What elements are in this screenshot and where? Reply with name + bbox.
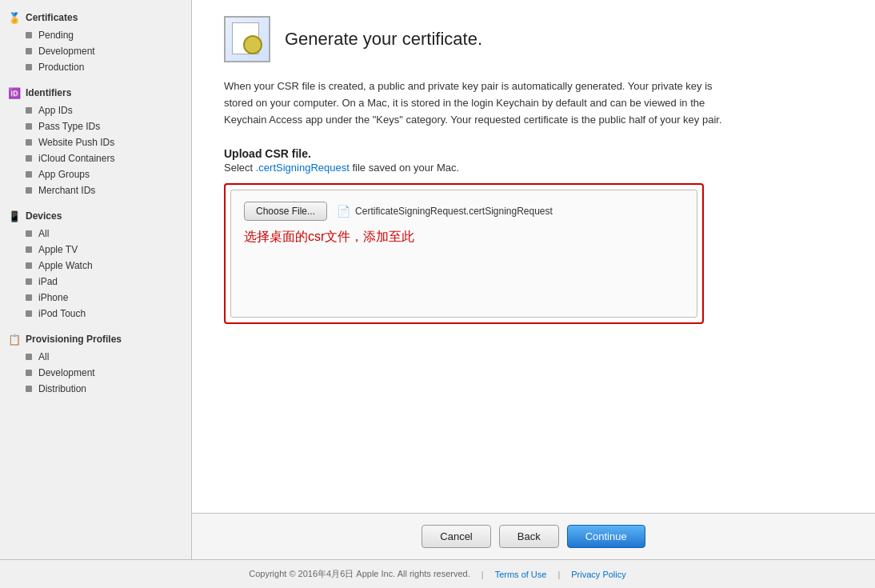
copyright-text: Copyright © 2016年4月6日 Apple Inc. All rig… [249, 568, 470, 580]
sidebar-item-pending[interactable]: Pending [0, 27, 191, 43]
dot-icon [26, 262, 32, 269]
sidebar-item-provisioning-development[interactable]: Development [0, 365, 191, 381]
dot-icon [26, 230, 32, 237]
dot-icon [26, 246, 32, 253]
sidebar-item-production[interactable]: Production [0, 59, 191, 75]
dot-icon [26, 107, 32, 114]
dot-icon [26, 370, 32, 376]
certificate-section-icon: 🏅 [8, 11, 21, 24]
footer: Copyright © 2016年4月6日 Apple Inc. All rig… [0, 559, 875, 588]
back-button[interactable]: Back [499, 525, 559, 548]
sidebar-item-merchant-ids[interactable]: Merchant IDs [0, 182, 191, 198]
sidebar-item-apple-tv[interactable]: Apple TV [0, 242, 191, 258]
content-inner: Generate your certificate. When your CSR… [192, 0, 875, 513]
sidebar-item-website-push-ids[interactable]: Website Push IDs [0, 134, 191, 150]
sidebar: 🏅 Certificates Pending Development Produ… [0, 0, 192, 559]
identifiers-section-icon: 🆔 [8, 86, 21, 99]
dot-icon [26, 278, 32, 285]
dot-icon [26, 386, 32, 392]
sidebar-item-icloud-containers[interactable]: iCloud Containers [0, 150, 191, 166]
sidebar-item-development[interactable]: Development [0, 43, 191, 59]
upload-section-title: Upload CSR file. [224, 147, 843, 160]
sidebar-item-app-groups[interactable]: App Groups [0, 166, 191, 182]
sidebar-section-devices[interactable]: 📱 Devices [0, 205, 191, 226]
sidebar-item-pass-type-ids[interactable]: Pass Type IDs [0, 118, 191, 134]
sidebar-section-identifiers[interactable]: 🆔 Identifiers [0, 82, 191, 102]
continue-button[interactable]: Continue [567, 525, 645, 548]
provisioning-section-icon: 📋 [8, 333, 21, 346]
dot-icon [26, 139, 32, 146]
cancel-button[interactable]: Cancel [422, 525, 490, 548]
sidebar-item-app-ids[interactable]: App IDs [0, 102, 191, 118]
main-content: Generate your certificate. When your CSR… [192, 0, 875, 559]
sidebar-item-provisioning-all[interactable]: All [0, 349, 191, 365]
action-bar: Cancel Back Continue [192, 513, 875, 559]
upload-drop-zone-outer: Choose File... 📄 CertificateSigningReque… [224, 183, 704, 324]
terms-link[interactable]: Terms of Use [495, 570, 547, 579]
choose-file-button[interactable]: Choose File... [244, 202, 327, 221]
file-name: CertificateSigningRequest.certSigningReq… [355, 206, 553, 217]
dot-icon [26, 32, 32, 38]
description-text: When your CSR file is created, a public … [224, 78, 736, 128]
dot-icon [26, 310, 32, 317]
devices-section-icon: 📱 [8, 210, 21, 222]
dot-icon [26, 171, 32, 178]
file-icon: 📄 [337, 205, 350, 218]
sidebar-section-certificates[interactable]: 🏅 Certificates [0, 6, 191, 27]
dot-icon [26, 123, 32, 130]
sidebar-item-devices-all[interactable]: All [0, 226, 191, 242]
dot-icon [26, 294, 32, 301]
sidebar-section-provisioning[interactable]: 📋 Provisioning Profiles [0, 328, 191, 349]
privacy-link[interactable]: Privacy Policy [571, 570, 625, 579]
certificate-icon [224, 16, 270, 62]
dot-icon [26, 155, 32, 162]
chinese-hint-text: 选择桌面的csr文件，添加至此 [244, 229, 684, 246]
csr-link[interactable]: .certSigningRequest [256, 162, 350, 174]
page-title: Generate your certificate. [285, 29, 482, 50]
sidebar-item-provisioning-distribution[interactable]: Distribution [0, 381, 191, 397]
upload-instruction: Select .certSigningRequest file saved on… [224, 162, 843, 174]
upload-row: Choose File... 📄 CertificateSigningReque… [244, 202, 684, 221]
sidebar-item-iphone[interactable]: iPhone [0, 290, 191, 306]
dot-icon [26, 354, 32, 360]
dot-icon [26, 48, 32, 54]
sidebar-item-apple-watch[interactable]: Apple Watch [0, 258, 191, 274]
dot-icon [26, 187, 32, 194]
sidebar-item-ipod-touch[interactable]: iPod Touch [0, 306, 191, 322]
page-header: Generate your certificate. [224, 16, 843, 62]
sidebar-item-ipad[interactable]: iPad [0, 274, 191, 290]
dot-icon [26, 64, 32, 70]
upload-drop-zone[interactable]: Choose File... 📄 CertificateSigningReque… [230, 190, 697, 318]
